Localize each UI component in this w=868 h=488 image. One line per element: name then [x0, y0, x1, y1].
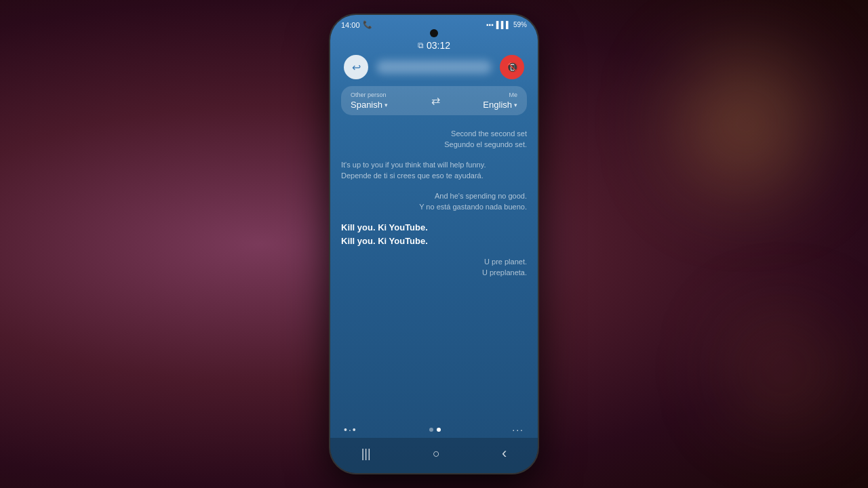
other-person-lang-panel: Other person Spanish ▾	[351, 92, 388, 110]
other-person-chevron-icon: ▾	[384, 102, 388, 108]
back-button[interactable]: ↩	[344, 55, 368, 79]
transcript-message-3: Kill you. Ki YouTube.Kill you. Ki YouTub…	[341, 222, 527, 247]
message-original-1: It's up to you if you think that will he…	[341, 160, 486, 170]
scene: 14:00 📞 ▪▪▪ ▌▌▌ 59% ⧉ 03:12	[0, 0, 868, 488]
end-call-icon: 📵	[507, 62, 518, 73]
signal-icon: ▌▌▌	[496, 21, 511, 28]
phone-device: 14:00 📞 ▪▪▪ ▌▌▌ 59% ⧉ 03:12	[329, 14, 539, 474]
end-call-button[interactable]: 📵	[500, 55, 524, 79]
status-time: 14:00	[341, 21, 360, 29]
me-lang-select[interactable]: English ▾	[483, 100, 517, 110]
page-indicator	[429, 428, 441, 432]
bokeh-light-2	[732, 319, 834, 420]
message-original-3: Kill you. Ki YouTube.	[341, 222, 428, 234]
battery-level: 59%	[513, 21, 527, 28]
me-lang-panel: Me English ▾	[483, 92, 517, 110]
phone-wrapper: 14:00 📞 ▪▪▪ ▌▌▌ 59% ⧉ 03:12	[329, 14, 539, 474]
other-person-label: Other person	[351, 92, 387, 98]
message-original-0: Second the second set	[451, 129, 527, 139]
page-dot-1	[429, 428, 433, 432]
me-chevron-icon: ▾	[514, 102, 517, 108]
transcript-message-2: And he's spending no good.Y no está gast…	[341, 191, 527, 213]
nav-back-button[interactable]: ‹	[502, 445, 507, 462]
swap-languages-icon[interactable]: ⇄	[431, 94, 440, 107]
android-nav-bar: ||| ○ ‹	[330, 438, 538, 473]
status-right: ▪▪▪ ▌▌▌ 59%	[486, 21, 527, 28]
notch-area	[330, 29, 538, 37]
camera-notch	[430, 29, 438, 37]
me-lang-name: English	[483, 100, 512, 110]
right-dots-button[interactable]: ···	[512, 424, 524, 435]
caller-name-blurred	[376, 60, 492, 74]
message-original-4: U pre planet.	[484, 257, 527, 267]
call-timer-area: ⧉ 03:12	[330, 37, 538, 55]
me-label: Me	[509, 92, 517, 98]
bottom-controls: •·• ···	[330, 420, 538, 438]
message-translation-3: Kill you. Ki YouTube.	[341, 235, 428, 247]
left-dots-button[interactable]: •·•	[344, 424, 357, 435]
phone-icon: 📞	[363, 20, 372, 29]
transcript-message-1: It's up to you if you think that will he…	[341, 160, 527, 182]
other-person-lang-name: Spanish	[351, 100, 382, 110]
message-translation-0: Segundo el segundo set.	[444, 140, 527, 150]
phone-screen: 14:00 📞 ▪▪▪ ▌▌▌ 59% ⧉ 03:12	[330, 15, 538, 473]
transcript-area: Second the second setSegundo el segundo …	[330, 122, 538, 420]
wifi-icon: ▪▪▪	[486, 21, 494, 28]
recent-apps-button[interactable]: |||	[361, 447, 371, 461]
language-selector: Other person Spanish ▾ ⇄ Me English ▾	[341, 86, 527, 115]
bokeh-light-1	[678, 54, 814, 190]
other-person-lang-select[interactable]: Spanish ▾	[351, 100, 388, 110]
transcript-message-4: U pre planet.U preplaneta.	[341, 257, 527, 279]
call-timer: 03:12	[427, 40, 450, 51]
call-controls: ↩ 📵	[330, 55, 538, 86]
home-button[interactable]: ○	[433, 447, 440, 461]
translate-icon: ⧉	[418, 41, 424, 50]
message-original-2: And he's spending no good.	[435, 191, 527, 201]
message-translation-1: Depende de ti si crees que eso te ayudar…	[341, 171, 484, 181]
message-translation-2: Y no está gastando nada bueno.	[419, 202, 527, 212]
transcript-message-0: Second the second setSegundo el segundo …	[341, 129, 527, 150]
status-left: 14:00 📞	[341, 20, 372, 29]
page-dot-2	[437, 428, 441, 432]
message-translation-4: U preplaneta.	[482, 268, 527, 278]
back-arrow-icon: ↩	[352, 61, 361, 74]
